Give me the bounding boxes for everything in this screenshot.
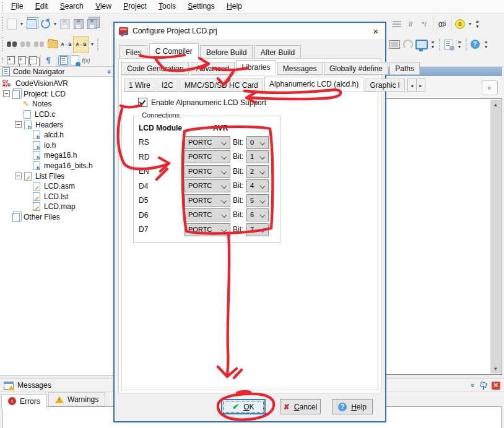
menu-file[interactable]: File xyxy=(6,0,28,12)
comment-icon[interactable]: // xyxy=(404,17,417,32)
rs-bit-select[interactable]: 0 xyxy=(246,136,269,149)
tab-graphic-lcd[interactable]: Graphic l xyxy=(365,79,404,92)
save-as-icon[interactable] xyxy=(72,17,85,32)
replace-dropdown-icon[interactable]: ▾ xyxy=(89,37,95,52)
tab-libraries[interactable]: Libraries xyxy=(236,60,276,75)
function-list-icon[interactable]: f(x) xyxy=(80,56,92,66)
tree-item-alcd-h[interactable]: alcd.h xyxy=(0,130,114,140)
debugger-icon[interactable] xyxy=(401,37,415,52)
d4-bit-select[interactable]: 4 xyxy=(246,179,269,192)
tab-warnings[interactable]: Warnings xyxy=(48,392,105,406)
tab-advanced[interactable]: Advanced xyxy=(191,62,235,75)
collapse-expander-icon[interactable] xyxy=(3,90,10,97)
tools-overflow-icon[interactable]: »▾ xyxy=(428,37,437,52)
menu-settings[interactable]: Settings xyxy=(183,0,219,12)
find-in-files-icon[interactable] xyxy=(46,37,59,52)
tab-messages[interactable]: Messages xyxy=(277,62,323,75)
tab-before-build[interactable]: Before Build xyxy=(200,45,253,59)
menu-help[interactable]: Help xyxy=(222,0,247,12)
editor-scrollbar[interactable]: ▲ ▼ xyxy=(490,100,501,374)
rd-port-select[interactable]: PORTC xyxy=(185,150,230,163)
reopen-dropdown-icon[interactable]: ▾ xyxy=(52,17,58,32)
project-overflow-icon[interactable]: »▾ xyxy=(455,37,464,52)
new-file-icon[interactable] xyxy=(5,17,19,32)
tree-item-mega16-bits-h[interactable]: mega16_bits.h xyxy=(0,161,114,171)
scroll-up-icon[interactable]: ▲ xyxy=(490,100,501,109)
editor-overflow-button[interactable]: » xyxy=(482,80,498,95)
tab-globally-define[interactable]: Globally #define xyxy=(324,62,388,75)
d4-port-select[interactable]: PORTC xyxy=(185,179,230,192)
collapse-expander-icon[interactable] xyxy=(15,121,22,128)
menu-tools[interactable]: Tools xyxy=(154,0,181,12)
d7-bit-select[interactable]: 7 xyxy=(246,223,269,236)
en-port-select[interactable]: PORTC xyxy=(185,165,230,178)
messages-close-icon[interactable]: ✕ xyxy=(492,382,500,390)
collapse-all-icon[interactable] xyxy=(27,56,38,66)
tree-item-root[interactable]: CVAVRCodeVisionAVR xyxy=(0,79,114,89)
cancel-button[interactable]: ✘Cancel xyxy=(280,399,321,414)
save-all-icon[interactable] xyxy=(85,17,99,32)
tree-item-io-h[interactable]: io.h xyxy=(0,140,114,151)
code-information-icon[interactable] xyxy=(69,56,80,66)
editor-text-area[interactable]: ▲ ▼ xyxy=(381,98,502,375)
tab-errors[interactable]: !Errors xyxy=(1,394,47,409)
tree-item-mega16-h[interactable]: mega16.h xyxy=(0,150,114,161)
uncomment-icon[interactable]: */ xyxy=(417,17,431,32)
tab-files[interactable]: Files xyxy=(119,45,147,59)
alpha-beta-icon[interactable]: αβ xyxy=(435,17,449,32)
menu-edit[interactable]: Edit xyxy=(30,0,53,12)
d6-bit-select[interactable]: 6 xyxy=(246,208,269,221)
find-next-icon[interactable] xyxy=(19,37,32,52)
find-icon[interactable] xyxy=(5,37,19,52)
tab-code-generation[interactable]: Code Generation xyxy=(121,62,189,75)
counter-dropdown-icon[interactable]: ▾ xyxy=(467,17,473,32)
tab-scroll-left-icon[interactable]: ◂ xyxy=(407,79,417,92)
terminal-icon[interactable] xyxy=(415,37,428,52)
collapse-expander-icon[interactable] xyxy=(15,173,22,179)
help-overflow-icon[interactable]: »▾ xyxy=(482,37,490,52)
menu-view[interactable]: View xyxy=(90,0,116,12)
d6-port-select[interactable]: PORTC xyxy=(185,208,230,221)
tab-scroll-right-icon[interactable]: ▸ xyxy=(416,79,425,92)
tree-item-lcd-c[interactable]: LCD.c xyxy=(0,109,114,120)
scroll-down-icon[interactable]: ▼ xyxy=(490,364,501,374)
find-prev-icon[interactable] xyxy=(32,37,46,52)
toolbar-overflow-icon[interactable]: »▾ xyxy=(473,17,482,32)
tab-alphanumeric-lcd[interactable]: Alphanumeric LCD (alcd.h) xyxy=(264,77,363,92)
tab-paths[interactable]: Paths xyxy=(389,62,420,75)
replace-in-files-icon[interactable]: A→B xyxy=(73,36,89,53)
tree-item-list-files[interactable]: List Files xyxy=(0,171,114,181)
dialog-close-icon[interactable]: × xyxy=(370,27,381,36)
d7-port-select[interactable]: PORTC xyxy=(185,223,230,236)
show-paragraphs-icon[interactable]: ¶ xyxy=(43,56,54,66)
chip-programmer-icon[interactable] xyxy=(388,37,401,52)
rs-port-select[interactable]: PORTC xyxy=(185,136,230,149)
help-button[interactable]: ?Help xyxy=(332,399,373,414)
save-icon[interactable] xyxy=(58,17,72,32)
panel-collapse-icon[interactable]: » xyxy=(106,69,113,73)
menu-project[interactable]: Project xyxy=(118,0,151,12)
tree-item-lcd-map[interactable]: LCD.map xyxy=(0,202,114,212)
expand-node-icon[interactable] xyxy=(5,56,16,66)
new-file-dropdown-icon[interactable]: ▾ xyxy=(19,17,25,32)
tree-item-project[interactable]: Project: LCD xyxy=(0,89,114,100)
program-counter-icon[interactable]: 0 xyxy=(453,17,467,32)
tab-1-wire[interactable]: 1 Wire xyxy=(124,79,155,92)
tree-item-notes[interactable]: ✎Notes xyxy=(0,99,114,109)
tree-item-lcd-asm[interactable]: LCD.asm xyxy=(0,181,114,192)
help-toolbar-icon[interactable]: ? xyxy=(468,37,482,52)
tab-after-build[interactable]: After Build xyxy=(254,45,301,59)
d5-port-select[interactable]: PORTC xyxy=(185,194,230,207)
en-bit-select[interactable]: 2 xyxy=(246,165,269,178)
tab-mmc-sd-card[interactable]: MMC/SD/SD HC Card xyxy=(180,79,263,92)
dialog-title-bar[interactable]: Configure Project LCD.prj × xyxy=(115,23,385,39)
tab-c-compiler[interactable]: C Compiler xyxy=(149,43,199,59)
pin-icon[interactable] xyxy=(480,382,487,390)
reopen-icon[interactable] xyxy=(38,17,52,32)
replace-icon[interactable]: A→B xyxy=(59,37,73,52)
indent-icon[interactable] xyxy=(390,17,404,32)
ok-button[interactable]: ✔OK xyxy=(221,399,266,414)
tree-item-headers[interactable]: Headers xyxy=(0,119,114,130)
project-configure-icon[interactable] xyxy=(441,37,455,52)
tree-item-other-files[interactable]: Other Files xyxy=(0,212,114,223)
